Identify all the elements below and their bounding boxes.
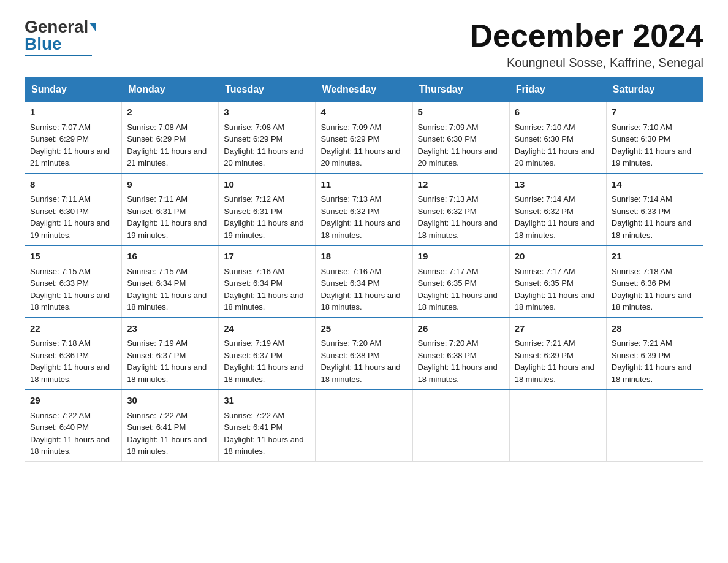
table-row: 20Sunrise: 7:17 AMSunset: 6:35 PMDayligh… [509, 245, 606, 318]
table-row: 23Sunrise: 7:19 AMSunset: 6:37 PMDayligh… [122, 318, 219, 390]
day-number: 13 [515, 178, 601, 192]
table-row: 29Sunrise: 7:22 AMSunset: 6:40 PMDayligh… [25, 389, 122, 461]
day-number: 18 [320, 250, 407, 264]
table-row: 5Sunrise: 7:09 AMSunset: 6:30 PMDaylight… [412, 102, 509, 174]
col-friday: Friday [509, 78, 606, 102]
day-number: 26 [418, 322, 504, 336]
calendar-week-row: 22Sunrise: 7:18 AMSunset: 6:36 PMDayligh… [25, 318, 703, 390]
table-row: 25Sunrise: 7:20 AMSunset: 6:38 PMDayligh… [316, 318, 412, 390]
day-number: 4 [320, 105, 407, 120]
day-number: 7 [612, 105, 698, 120]
calendar-week-row: 29Sunrise: 7:22 AMSunset: 6:40 PMDayligh… [25, 389, 703, 461]
day-number: 8 [30, 178, 116, 192]
day-number: 29 [30, 394, 116, 408]
day-number: 21 [612, 250, 698, 264]
day-number: 30 [127, 394, 213, 408]
col-wednesday: Wednesday [316, 78, 412, 102]
table-row [606, 389, 703, 461]
day-number: 25 [320, 322, 407, 336]
table-row [412, 389, 509, 461]
page-header: General Blue December 2024 Koungneul Sos… [25, 18, 703, 70]
location-label: Koungneul Sosse, Kaffrine, Senegal [469, 56, 703, 70]
logo-underline [25, 55, 92, 56]
month-title: December 2024 [469, 18, 703, 53]
calendar-table: Sunday Monday Tuesday Wednesday Thursday… [25, 77, 703, 462]
day-number: 24 [224, 322, 310, 336]
col-thursday: Thursday [412, 78, 509, 102]
table-row: 9Sunrise: 7:11 AMSunset: 6:31 PMDaylight… [122, 174, 219, 246]
table-row: 8Sunrise: 7:11 AMSunset: 6:30 PMDaylight… [25, 174, 122, 246]
table-row: 30Sunrise: 7:22 AMSunset: 6:41 PMDayligh… [122, 389, 219, 461]
day-number: 12 [418, 178, 504, 192]
col-saturday: Saturday [606, 78, 703, 102]
col-tuesday: Tuesday [219, 78, 316, 102]
table-row: 11Sunrise: 7:13 AMSunset: 6:32 PMDayligh… [316, 174, 412, 246]
calendar-header-row: Sunday Monday Tuesday Wednesday Thursday… [25, 78, 703, 102]
table-row: 18Sunrise: 7:16 AMSunset: 6:34 PMDayligh… [316, 245, 412, 318]
table-row: 15Sunrise: 7:15 AMSunset: 6:33 PMDayligh… [25, 245, 122, 318]
table-row: 24Sunrise: 7:19 AMSunset: 6:37 PMDayligh… [219, 318, 316, 390]
table-row: 3Sunrise: 7:08 AMSunset: 6:29 PMDaylight… [219, 102, 316, 174]
day-number: 1 [30, 105, 116, 120]
day-number: 27 [515, 322, 601, 336]
col-sunday: Sunday [25, 78, 122, 102]
table-row: 28Sunrise: 7:21 AMSunset: 6:39 PMDayligh… [606, 318, 703, 390]
table-row: 27Sunrise: 7:21 AMSunset: 6:39 PMDayligh… [509, 318, 606, 390]
day-number: 10 [224, 178, 310, 192]
day-number: 2 [127, 105, 213, 120]
day-number: 19 [418, 250, 504, 264]
calendar-week-row: 15Sunrise: 7:15 AMSunset: 6:33 PMDayligh… [25, 245, 703, 318]
day-number: 28 [612, 322, 698, 336]
table-row: 31Sunrise: 7:22 AMSunset: 6:41 PMDayligh… [219, 389, 316, 461]
table-row: 10Sunrise: 7:12 AMSunset: 6:31 PMDayligh… [219, 174, 316, 246]
table-row: 14Sunrise: 7:14 AMSunset: 6:33 PMDayligh… [606, 174, 703, 246]
table-row: 17Sunrise: 7:16 AMSunset: 6:34 PMDayligh… [219, 245, 316, 318]
table-row: 22Sunrise: 7:18 AMSunset: 6:36 PMDayligh… [25, 318, 122, 390]
table-row: 7Sunrise: 7:10 AMSunset: 6:30 PMDaylight… [606, 102, 703, 174]
day-number: 3 [224, 105, 310, 120]
day-number: 17 [224, 250, 310, 264]
day-number: 11 [320, 178, 407, 192]
table-row: 2Sunrise: 7:08 AMSunset: 6:29 PMDaylight… [122, 102, 219, 174]
table-row: 26Sunrise: 7:20 AMSunset: 6:38 PMDayligh… [412, 318, 509, 390]
day-number: 14 [612, 178, 698, 192]
day-number: 16 [127, 250, 213, 264]
table-row: 12Sunrise: 7:13 AMSunset: 6:32 PMDayligh… [412, 174, 509, 246]
title-block: December 2024 Koungneul Sosse, Kaffrine,… [469, 18, 703, 70]
logo-blue-text: Blue [25, 36, 62, 53]
day-number: 9 [127, 178, 213, 192]
col-monday: Monday [122, 78, 219, 102]
table-row [316, 389, 412, 461]
calendar-week-row: 8Sunrise: 7:11 AMSunset: 6:30 PMDaylight… [25, 174, 703, 246]
table-row: 4Sunrise: 7:09 AMSunset: 6:29 PMDaylight… [316, 102, 412, 174]
table-row [509, 389, 606, 461]
day-number: 6 [515, 105, 601, 120]
table-row: 16Sunrise: 7:15 AMSunset: 6:34 PMDayligh… [122, 245, 219, 318]
day-number: 5 [418, 105, 504, 120]
table-row: 19Sunrise: 7:17 AMSunset: 6:35 PMDayligh… [412, 245, 509, 318]
day-number: 15 [30, 250, 116, 264]
table-row: 1Sunrise: 7:07 AMSunset: 6:29 PMDaylight… [25, 102, 122, 174]
day-number: 23 [127, 322, 213, 336]
calendar-week-row: 1Sunrise: 7:07 AMSunset: 6:29 PMDaylight… [25, 102, 703, 174]
logo-triangle-icon [89, 23, 96, 31]
table-row: 13Sunrise: 7:14 AMSunset: 6:32 PMDayligh… [509, 174, 606, 246]
day-number: 22 [30, 322, 116, 336]
logo: General Blue [25, 18, 96, 56]
day-number: 31 [224, 394, 310, 408]
table-row: 21Sunrise: 7:18 AMSunset: 6:36 PMDayligh… [606, 245, 703, 318]
day-number: 20 [515, 250, 601, 264]
logo-general-text: General [25, 18, 88, 36]
table-row: 6Sunrise: 7:10 AMSunset: 6:30 PMDaylight… [509, 102, 606, 174]
